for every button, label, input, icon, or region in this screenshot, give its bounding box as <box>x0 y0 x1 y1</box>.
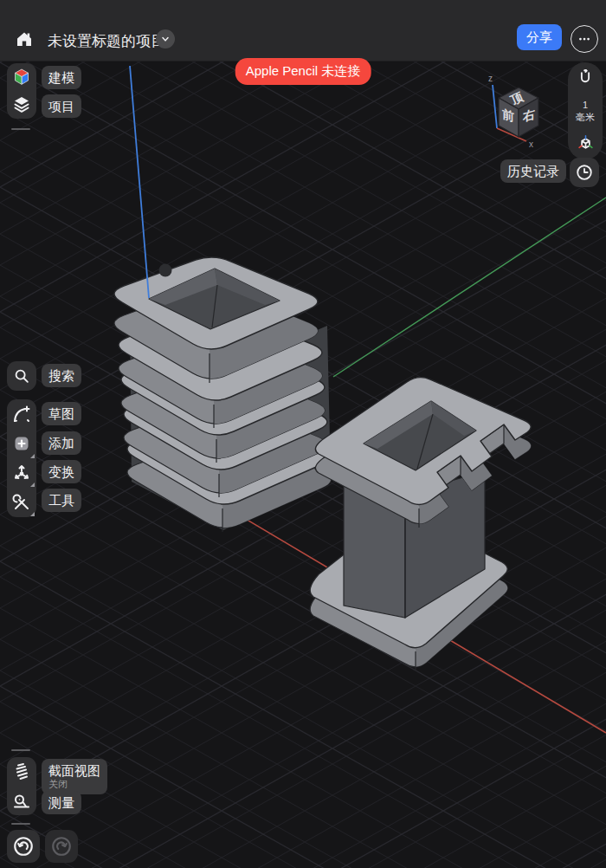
ellipsis-icon <box>575 29 594 49</box>
axis-x-label: x <box>529 139 533 149</box>
undo-button[interactable] <box>7 830 40 863</box>
pencil-status-banner: Apple Pencil 未连接 <box>235 58 371 85</box>
measure-icon[interactable] <box>11 790 32 811</box>
grid-unit-display[interactable]: 1 毫米 <box>576 100 595 124</box>
orientation-axes-icon[interactable] <box>577 134 595 152</box>
measure-label[interactable]: 测量 <box>42 791 81 814</box>
section-view-button[interactable]: 截面视图 关闭 <box>42 759 107 794</box>
project-title[interactable]: 未设置标题的项目 <box>48 31 165 51</box>
sketch-label[interactable]: 草图 <box>42 402 81 425</box>
history-label[interactable]: 历史记录 <box>500 159 566 183</box>
redo-icon <box>50 835 73 858</box>
search-label[interactable]: 搜索 <box>42 364 81 387</box>
search-panel <box>7 361 36 391</box>
redo-button[interactable] <box>45 830 78 863</box>
undo-icon <box>12 835 35 858</box>
mode-panel <box>7 63 36 119</box>
project-layers-icon[interactable] <box>11 94 32 115</box>
section-view-icon[interactable] <box>11 761 32 782</box>
tools-label[interactable]: 工具 <box>42 489 81 512</box>
home-icon[interactable] <box>14 29 35 49</box>
more-button[interactable] <box>571 25 598 53</box>
share-button[interactable]: 分享 <box>517 24 562 50</box>
body-left-notch <box>159 264 172 277</box>
modeling-icon[interactable] <box>11 67 32 87</box>
clock-icon <box>575 163 594 182</box>
chevron-down-icon <box>158 31 173 47</box>
tools-panel <box>7 399 36 517</box>
axis-z-label: z <box>488 74 493 83</box>
bottom-divider-top <box>11 749 30 751</box>
add-icon[interactable] <box>11 433 32 454</box>
section-view-label: 截面视图 <box>48 764 100 777</box>
panel-divider <box>11 128 30 130</box>
app-window: 未设置标题的项目 分享 Apple Pencil 未连接 建模 项目 <box>0 0 606 868</box>
snap-magnet-icon[interactable] <box>576 69 595 88</box>
tools-icon[interactable] <box>11 492 32 513</box>
transform-icon[interactable] <box>11 463 32 483</box>
tools-options-indicator <box>30 512 35 516</box>
grid-unit-name: 毫米 <box>576 112 595 124</box>
top-bar: 未设置标题的项目 分享 <box>0 0 606 62</box>
modeling-label[interactable]: 建模 <box>42 66 81 89</box>
transform-options-indicator <box>30 483 35 487</box>
section-view-state: 关闭 <box>48 780 100 789</box>
search-icon[interactable] <box>12 366 31 385</box>
history-button[interactable] <box>570 158 599 187</box>
sketch-icon[interactable] <box>11 404 32 424</box>
add-options-indicator <box>30 454 35 458</box>
section-measure-panel <box>7 757 36 815</box>
view-settings-panel: 1 毫米 <box>568 62 603 159</box>
grid-unit-value: 1 <box>576 100 595 112</box>
add-label[interactable]: 添加 <box>42 431 81 455</box>
title-chevron-button[interactable] <box>156 29 175 49</box>
view-cube[interactable]: z x 顶 前 右 <box>467 66 580 161</box>
transform-label[interactable]: 变换 <box>42 460 81 483</box>
bottom-divider-bottom <box>11 823 30 825</box>
project-label[interactable]: 项目 <box>42 94 81 118</box>
